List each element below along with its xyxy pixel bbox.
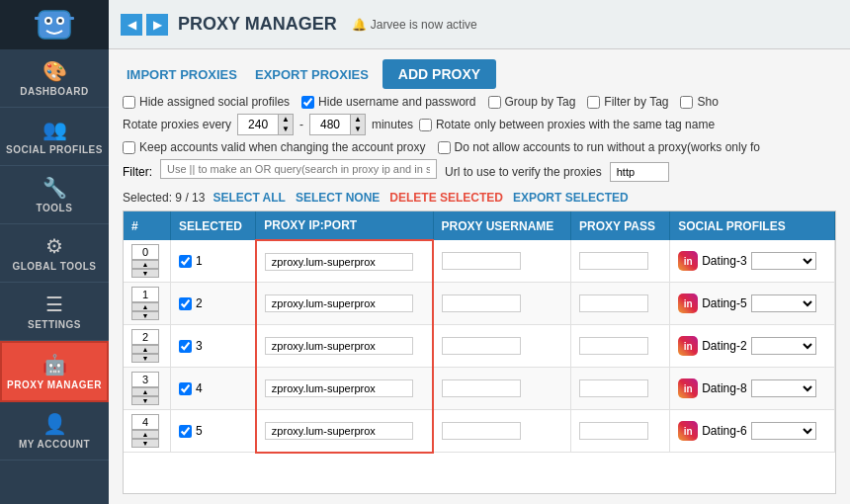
filter-by-tag-checkbox-label[interactable]: Filter by Tag: [587, 95, 668, 109]
col-proxy-ip: PROXY IP:PORT: [256, 211, 433, 240]
proxy-ip-input-0[interactable]: [265, 253, 413, 271]
row-checkbox-4[interactable]: [179, 425, 192, 438]
row-num-input-3[interactable]: [131, 372, 159, 387]
row-num-input-2[interactable]: [131, 329, 159, 345]
row-num-up-4[interactable]: ▲: [131, 430, 159, 439]
export-selected-button[interactable]: EXPORT SELECTED: [511, 191, 631, 205]
no-run-label[interactable]: Do not allow accounts to run without a p…: [438, 140, 760, 154]
selected-row: Selected: 9 / 13 SELECT ALL SELECT NONE …: [123, 191, 836, 205]
proxy-ip-input-4[interactable]: [265, 422, 413, 440]
rotate-min1-down[interactable]: ▼: [278, 125, 293, 134]
row-num-input-0[interactable]: [131, 244, 159, 260]
proxy-pass-input-3[interactable]: [579, 379, 648, 397]
proxy-username-input-2[interactable]: [442, 337, 521, 355]
proxy-table-container: # SELECTED PROXY IP:PORT PROXY USERNAME …: [123, 210, 836, 494]
row-checkbox-3[interactable]: [179, 382, 192, 395]
nav-forward-button[interactable]: ▶: [146, 14, 168, 36]
rotate-min2-input[interactable]: [310, 116, 350, 133]
row-num-down-1[interactable]: ▼: [131, 311, 159, 320]
rotate-min2-spin-btns: ▲ ▼: [350, 115, 365, 134]
social-profile-select-3[interactable]: Dating-8: [751, 379, 816, 397]
hide-username-checkbox-label[interactable]: Hide username and password: [301, 95, 475, 109]
row-checkbox-1[interactable]: [179, 297, 192, 310]
sidebar-item-settings[interactable]: ☰ SETTINGS: [0, 283, 109, 341]
row-social-profiles-cell: in Dating-2 Dating-2: [670, 325, 835, 368]
notification-text: Jarvee is now active: [371, 18, 477, 32]
proxy-ip-input-3[interactable]: [265, 379, 413, 397]
select-all-button[interactable]: SELECT ALL: [211, 191, 288, 205]
row-num-input-4[interactable]: [131, 414, 159, 430]
row-num-down-0[interactable]: ▼: [131, 269, 159, 278]
proxy-username-input-1[interactable]: [442, 294, 521, 312]
row-proxy-username-cell: [433, 325, 571, 368]
proxy-ip-input-2[interactable]: [265, 337, 413, 355]
rotate-min1-spinner[interactable]: ▲ ▼: [237, 114, 294, 135]
hide-assigned-checkbox-label[interactable]: Hide assigned social profiles: [123, 95, 290, 109]
row-checkbox-2[interactable]: [179, 340, 192, 353]
row-checkbox-0[interactable]: [179, 255, 192, 268]
no-run-checkbox[interactable]: [438, 141, 451, 154]
keep-accounts-label[interactable]: Keep accounts valid when changing the ac…: [123, 140, 426, 154]
rotate-same-tag-label[interactable]: Rotate only between proxies with the sam…: [419, 118, 715, 131]
group-by-tag-checkbox-label[interactable]: Group by Tag: [488, 95, 576, 109]
url-input[interactable]: [610, 162, 669, 182]
nav-back-button[interactable]: ◀: [121, 14, 142, 36]
add-proxy-button[interactable]: ADD PROXY: [382, 59, 496, 89]
hide-assigned-checkbox[interactable]: [123, 96, 135, 109]
rotate-min2-spinner[interactable]: ▲ ▼: [309, 114, 366, 135]
proxy-ip-input-1[interactable]: [265, 294, 413, 312]
row-num-down-3[interactable]: ▼: [131, 396, 159, 405]
sidebar-item-my-account[interactable]: 👤 MY ACCOUNT: [0, 402, 109, 461]
keep-accounts-checkbox[interactable]: [123, 141, 135, 154]
filter-by-tag-checkbox[interactable]: [587, 96, 600, 109]
rotate-min1-input[interactable]: [238, 116, 278, 133]
select-none-button[interactable]: SELECT NONE: [294, 191, 382, 205]
sho-checkbox[interactable]: [680, 96, 693, 109]
proxy-pass-input-0[interactable]: [579, 252, 648, 270]
row-social-profiles-cell: in Dating-6 Dating-6: [670, 410, 835, 453]
hide-username-checkbox[interactable]: [301, 96, 314, 109]
ig-icon-3: in: [678, 378, 698, 398]
proxy-pass-input-2[interactable]: [579, 337, 648, 355]
table-row: ▲ ▼ 1 in Dating-3 Dating-3: [124, 240, 835, 283]
toolbar-row3: Rotate proxies every ▲ ▼ - ▲ ▼ minutes R…: [123, 114, 836, 135]
sidebar-item-social-profiles[interactable]: 👥 SOCIAL PROFILES: [0, 108, 109, 166]
sidebar-item-proxy-manager[interactable]: 🤖 PROXY MANAGER: [0, 341, 109, 402]
row-num-up-0[interactable]: ▲: [131, 260, 159, 269]
row-num-input-1[interactable]: [131, 287, 159, 302]
rotate-min2-down[interactable]: ▼: [350, 125, 365, 134]
import-proxies-button[interactable]: IMPORT PROXIES: [123, 65, 241, 84]
rotate-same-tag-checkbox[interactable]: [419, 119, 432, 131]
proxy-username-input-0[interactable]: [442, 252, 521, 270]
row-order-1: 2: [196, 296, 203, 310]
proxy-username-input-4[interactable]: [442, 422, 521, 440]
social-profile-select-0[interactable]: Dating-3: [751, 252, 816, 270]
row-proxy-pass-cell: [571, 410, 670, 453]
sidebar-item-global-tools[interactable]: ⚙ GLOBAL TOOLS: [0, 224, 109, 283]
export-proxies-button[interactable]: EXPORT PROXIES: [251, 65, 373, 84]
row-proxy-ip-cell: [256, 368, 433, 410]
proxy-pass-input-4[interactable]: [579, 422, 648, 440]
col-social-profiles: SOCIAL PROFILES: [670, 211, 835, 240]
filter-input[interactable]: [160, 159, 437, 179]
row-num-up-2[interactable]: ▲: [131, 345, 159, 354]
sidebar-item-dashboard[interactable]: 🎨 DASHBOARD: [0, 49, 109, 108]
social-profile-select-1[interactable]: Dating-5: [751, 294, 816, 312]
row-num-up-1[interactable]: ▲: [131, 302, 159, 311]
social-profile-select-4[interactable]: Dating-6: [751, 422, 816, 440]
row-num-down-2[interactable]: ▼: [131, 354, 159, 363]
social-profile-select-2[interactable]: Dating-2: [751, 337, 816, 355]
row-proxy-username-cell: [433, 368, 571, 410]
row-num-down-4[interactable]: ▼: [131, 439, 159, 448]
proxy-pass-input-1[interactable]: [579, 294, 648, 312]
sidebar-item-tools[interactable]: 🔧 TOOLS: [0, 166, 109, 224]
rotate-min2-up[interactable]: ▲: [350, 115, 365, 125]
rotate-min1-up[interactable]: ▲: [278, 115, 293, 125]
sho-checkbox-label[interactable]: Sho: [680, 95, 718, 109]
proxy-username-input-3[interactable]: [442, 379, 521, 397]
row-num-up-3[interactable]: ▲: [131, 387, 159, 396]
delete-selected-button[interactable]: DELETE SELECTED: [387, 191, 505, 205]
svg-rect-6: [69, 17, 74, 20]
row-order-3: 4: [196, 381, 203, 395]
group-by-tag-checkbox[interactable]: [488, 96, 501, 109]
